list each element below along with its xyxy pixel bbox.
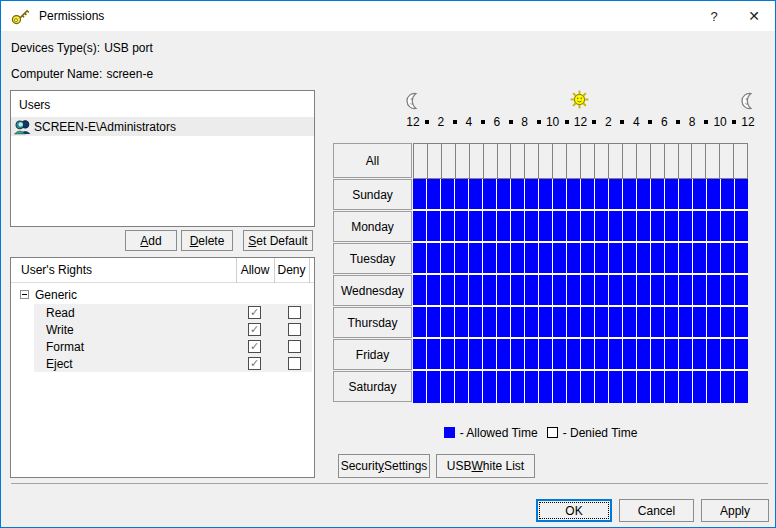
- time-cell[interactable]: [623, 307, 637, 337]
- time-cell[interactable]: [567, 243, 581, 273]
- time-cell[interactable]: [595, 179, 609, 209]
- time-cell[interactable]: [497, 371, 511, 403]
- hour-column-cell[interactable]: [609, 144, 623, 178]
- hour-column-cell[interactable]: [623, 144, 637, 178]
- day-button-friday[interactable]: Friday: [333, 339, 412, 370]
- time-cell[interactable]: [651, 371, 665, 403]
- time-cell[interactable]: [665, 211, 679, 241]
- time-cell[interactable]: [455, 211, 469, 241]
- time-cell[interactable]: [595, 211, 609, 241]
- time-cell[interactable]: [469, 371, 483, 403]
- time-cell[interactable]: [497, 243, 511, 273]
- time-cell[interactable]: [567, 371, 581, 403]
- ok-button[interactable]: OK: [536, 499, 612, 522]
- time-cell[interactable]: [441, 371, 455, 403]
- set-default-button[interactable]: Set Default: [243, 230, 313, 251]
- time-cell[interactable]: [525, 275, 539, 305]
- hour-column-cell[interactable]: [595, 144, 609, 178]
- time-cell[interactable]: [637, 275, 651, 305]
- hour-column-cell[interactable]: [539, 144, 553, 178]
- time-cell[interactable]: [483, 371, 497, 403]
- time-cell[interactable]: [539, 275, 553, 305]
- time-cell[interactable]: [679, 339, 693, 369]
- time-cell[interactable]: [581, 275, 595, 305]
- time-cell[interactable]: [483, 339, 497, 369]
- time-cell[interactable]: [567, 179, 581, 209]
- day-button-wednesday[interactable]: Wednesday: [333, 275, 412, 306]
- time-cell[interactable]: [609, 339, 623, 369]
- time-cell[interactable]: [595, 243, 609, 273]
- deny-checkbox[interactable]: [288, 340, 301, 353]
- time-cell[interactable]: [637, 211, 651, 241]
- day-button-tuesday[interactable]: Tuesday: [333, 243, 412, 274]
- time-cell[interactable]: [595, 339, 609, 369]
- hour-column-cell[interactable]: [428, 144, 442, 178]
- hour-column-cell[interactable]: [637, 144, 651, 178]
- time-cell[interactable]: [413, 179, 427, 209]
- day-button-thursday[interactable]: Thursday: [333, 307, 412, 338]
- time-cell[interactable]: [497, 211, 511, 241]
- time-cell[interactable]: [637, 371, 651, 403]
- time-cell[interactable]: [679, 371, 693, 403]
- time-cell[interactable]: [511, 211, 525, 241]
- time-cell[interactable]: [623, 179, 637, 209]
- time-cell[interactable]: [427, 243, 441, 273]
- hour-column-cell[interactable]: [679, 144, 693, 178]
- time-cell[interactable]: [539, 339, 553, 369]
- hour-column-cell[interactable]: [442, 144, 456, 178]
- time-cell[interactable]: [581, 211, 595, 241]
- time-cell[interactable]: [525, 179, 539, 209]
- help-button[interactable]: ?: [695, 1, 733, 31]
- time-cell[interactable]: [609, 243, 623, 273]
- time-cell[interactable]: [595, 275, 609, 305]
- time-cell[interactable]: [679, 275, 693, 305]
- time-cell[interactable]: [455, 275, 469, 305]
- time-cell[interactable]: [553, 339, 567, 369]
- time-cell[interactable]: [511, 243, 525, 273]
- time-cell[interactable]: [483, 179, 497, 209]
- time-cell[interactable]: [567, 275, 581, 305]
- time-cell[interactable]: [455, 339, 469, 369]
- time-cell[interactable]: [567, 211, 581, 241]
- hour-column-cell[interactable]: [665, 144, 679, 178]
- time-cell[interactable]: [735, 307, 748, 337]
- time-cell[interactable]: [623, 371, 637, 403]
- time-cell[interactable]: [553, 307, 567, 337]
- time-cell[interactable]: [441, 243, 455, 273]
- day-button-sunday[interactable]: Sunday: [333, 179, 412, 210]
- time-cell[interactable]: [469, 339, 483, 369]
- time-cell[interactable]: [553, 211, 567, 241]
- time-cell[interactable]: [581, 339, 595, 369]
- time-cell[interactable]: [483, 275, 497, 305]
- time-cell[interactable]: [525, 307, 539, 337]
- time-cell[interactable]: [511, 275, 525, 305]
- add-button[interactable]: Add: [125, 230, 177, 251]
- deny-checkbox[interactable]: [288, 323, 301, 336]
- time-cell[interactable]: [665, 307, 679, 337]
- allow-checkbox[interactable]: [248, 306, 261, 319]
- time-cell[interactable]: [525, 371, 539, 403]
- time-cell[interactable]: [721, 371, 735, 403]
- time-cell[interactable]: [441, 211, 455, 241]
- time-cell[interactable]: [637, 179, 651, 209]
- time-cell[interactable]: [665, 371, 679, 403]
- time-cell[interactable]: [693, 371, 707, 403]
- time-cell[interactable]: [693, 307, 707, 337]
- time-cell[interactable]: [595, 307, 609, 337]
- time-cell[interactable]: [581, 243, 595, 273]
- time-cell[interactable]: [637, 307, 651, 337]
- time-cell[interactable]: [623, 275, 637, 305]
- time-cell[interactable]: [581, 179, 595, 209]
- time-cell[interactable]: [455, 371, 469, 403]
- deny-checkbox[interactable]: [288, 306, 301, 319]
- day-button-saturday[interactable]: Saturday: [333, 371, 412, 402]
- time-cell[interactable]: [735, 275, 748, 305]
- time-cell[interactable]: [735, 211, 748, 241]
- time-cell[interactable]: [707, 243, 721, 273]
- time-cell[interactable]: [413, 371, 427, 403]
- time-cell[interactable]: [511, 179, 525, 209]
- time-cell[interactable]: [427, 339, 441, 369]
- time-cell[interactable]: [539, 243, 553, 273]
- time-cell[interactable]: [497, 307, 511, 337]
- time-cell[interactable]: [707, 211, 721, 241]
